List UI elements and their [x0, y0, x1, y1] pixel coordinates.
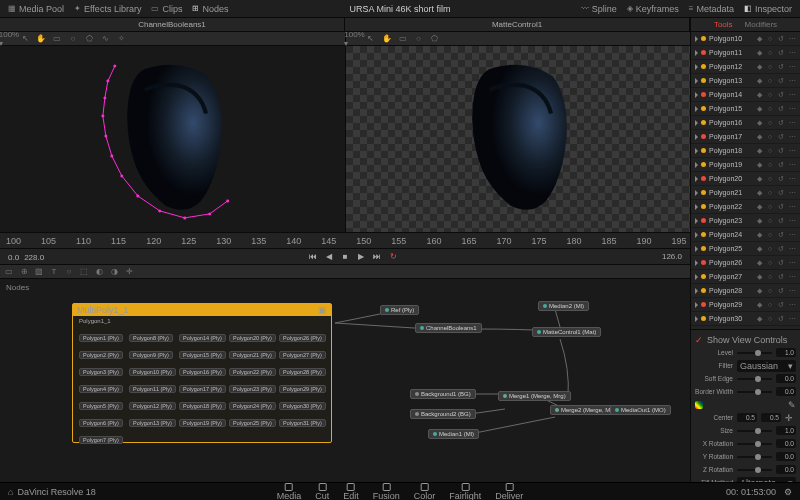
more-icon[interactable]: ⋯ [788, 35, 796, 43]
zoom-dropdown[interactable]: 100% ▾ [4, 34, 14, 44]
polygon-row[interactable]: Polygon18◆○↺⋯ [691, 144, 800, 158]
expand-icon[interactable] [695, 106, 698, 112]
group-node[interactable]: Polygon28 (Ply) [279, 368, 326, 376]
node-group-multipoly[interactable]: MultiPoly1_1▣ Polygon1_1 Polygon1 (Ply)P… [72, 303, 332, 443]
keyframe-icon[interactable]: ◆ [755, 147, 763, 155]
collapse-icon[interactable]: ▣ [318, 305, 327, 315]
polygon-row[interactable]: Polygon28◆○↺⋯ [691, 284, 800, 298]
polygon-row[interactable]: Polygon19◆○↺⋯ [691, 158, 800, 172]
more-icon[interactable]: ⋯ [788, 63, 796, 71]
more-icon[interactable]: ⋯ [788, 287, 796, 295]
group-node[interactable]: Polygon26 (Ply) [279, 334, 326, 342]
expand-icon[interactable] [695, 176, 698, 182]
keyframe-icon[interactable]: ◆ [755, 245, 763, 253]
keyframe-icon[interactable]: ◆ [755, 259, 763, 267]
polygon-row[interactable]: Polygon24◆○↺⋯ [691, 228, 800, 242]
node-mediaout[interactable]: MediaOut1 (MO) [610, 405, 671, 415]
home-icon[interactable]: ⌂ [8, 487, 13, 497]
visible-icon[interactable]: ○ [766, 287, 774, 294]
polygon-list[interactable]: Polygon10◆○↺⋯Polygon11◆○↺⋯Polygon12◆○↺⋯P… [691, 32, 800, 329]
center-y-field[interactable]: 0.5 [761, 413, 781, 422]
yrot-slider[interactable] [737, 456, 772, 458]
polygon-row[interactable]: Polygon16◆○↺⋯ [691, 116, 800, 130]
center-x-field[interactable]: 0.5 [737, 413, 757, 422]
tab-inspector[interactable]: ◧ Inspector [744, 4, 792, 14]
expand-icon[interactable] [695, 148, 698, 154]
more-icon[interactable]: ⋯ [788, 147, 796, 155]
text-icon[interactable]: T [49, 267, 59, 277]
pointer-icon[interactable]: ↖ [366, 34, 376, 44]
keyframe-icon[interactable]: ◆ [755, 161, 763, 169]
tab-spline[interactable]: 〰 Spline [581, 4, 617, 14]
more-icon[interactable]: ⋯ [788, 105, 796, 113]
reset-icon[interactable]: ↺ [777, 245, 785, 253]
reset-icon[interactable]: ↺ [777, 189, 785, 197]
expand-icon[interactable] [695, 274, 698, 280]
time-ruler[interactable]: 1001051101151201251301351401451501551601… [0, 233, 690, 249]
group-node[interactable]: Polygon7 (Ply) [79, 436, 123, 444]
expand-icon[interactable] [695, 78, 698, 84]
visible-icon[interactable]: ○ [766, 315, 774, 322]
crosshair-icon[interactable]: ✛ [785, 413, 793, 423]
tab-clips[interactable]: ▭ Clips [151, 4, 182, 14]
expand-icon[interactable] [695, 316, 698, 322]
polygon-row[interactable]: Polygon12◆○↺⋯ [691, 60, 800, 74]
mask-icon[interactable]: ○ [64, 267, 74, 277]
group-node[interactable]: Polygon2 (Ply) [79, 351, 123, 359]
first-frame-button[interactable]: ⏮ [308, 252, 318, 262]
merge-icon[interactable]: ⊕ [19, 267, 29, 277]
more-icon[interactable]: ⋯ [788, 49, 796, 57]
polygon-icon[interactable]: ⬠ [430, 34, 440, 44]
viewer-right[interactable] [346, 46, 691, 232]
group-node[interactable]: Polygon11 (Ply) [129, 385, 176, 393]
wand-icon[interactable]: ✧ [116, 34, 126, 44]
keyframe-icon[interactable]: ◆ [755, 35, 763, 43]
polygon-row[interactable]: Polygon14◆○↺⋯ [691, 88, 800, 102]
softedge-slider[interactable] [737, 378, 772, 380]
keyframe-icon[interactable]: ◆ [755, 301, 763, 309]
visible-icon[interactable]: ○ [766, 175, 774, 182]
keyframe-icon[interactable]: ◆ [755, 189, 763, 197]
more-icon[interactable]: ⋯ [788, 259, 796, 267]
page-cut[interactable]: Cut [315, 483, 329, 501]
reset-icon[interactable]: ↺ [777, 175, 785, 183]
viewer-left[interactable] [0, 46, 346, 232]
group-node[interactable]: Polygon21 (Ply) [229, 351, 276, 359]
group-node[interactable]: Polygon12 (Ply) [129, 402, 176, 410]
polygon-row[interactable]: Polygon11◆○↺⋯ [691, 46, 800, 60]
reset-icon[interactable]: ↺ [777, 63, 785, 71]
more-icon[interactable]: ⋯ [788, 273, 796, 281]
polygon-row[interactable]: Polygon10◆○↺⋯ [691, 32, 800, 46]
expand-icon[interactable] [695, 134, 698, 140]
reset-icon[interactable]: ↺ [777, 119, 785, 127]
node-median1[interactable]: Median1 (Ml) [428, 429, 479, 439]
stop-button[interactable]: ■ [340, 252, 350, 262]
group-node[interactable]: Polygon10 (Ply) [129, 368, 176, 376]
expand-icon[interactable] [695, 36, 698, 42]
polygon-row[interactable]: Polygon29◆○↺⋯ [691, 298, 800, 312]
hand-icon[interactable]: ✋ [382, 34, 392, 44]
borderwidth-slider[interactable] [737, 391, 772, 393]
more-icon[interactable]: ⋯ [788, 77, 796, 85]
expand-icon[interactable] [695, 204, 698, 210]
level-slider[interactable] [737, 352, 772, 354]
group-node[interactable]: Polygon24 (Ply) [229, 402, 276, 410]
zrot-slider[interactable] [737, 469, 772, 471]
keyframe-icon[interactable]: ◆ [755, 273, 763, 281]
polygon-icon[interactable]: ⬠ [84, 34, 94, 44]
group-node[interactable]: Polygon6 (Ply) [79, 419, 123, 427]
group-node[interactable]: Polygon19 (Ply) [179, 419, 226, 427]
polygon-row[interactable]: Polygon21◆○↺⋯ [691, 186, 800, 200]
node-channelbooleans[interactable]: ChannelBooleans1 [415, 323, 482, 333]
page-fairlight[interactable]: Fairlight [449, 483, 481, 501]
polygon-row[interactable]: Polygon23◆○↺⋯ [691, 214, 800, 228]
expand-icon[interactable] [695, 218, 698, 224]
keyframe-icon[interactable]: ◆ [755, 105, 763, 113]
color-pick-icon[interactable]: ✎ [788, 400, 796, 410]
more-icon[interactable]: ⋯ [788, 203, 796, 211]
reset-icon[interactable]: ↺ [777, 203, 785, 211]
visible-icon[interactable]: ○ [766, 63, 774, 70]
node-median2[interactable]: Median2 (Ml) [538, 301, 589, 311]
reset-icon[interactable]: ↺ [777, 133, 785, 141]
settings-icon[interactable]: ⚙ [784, 487, 792, 497]
